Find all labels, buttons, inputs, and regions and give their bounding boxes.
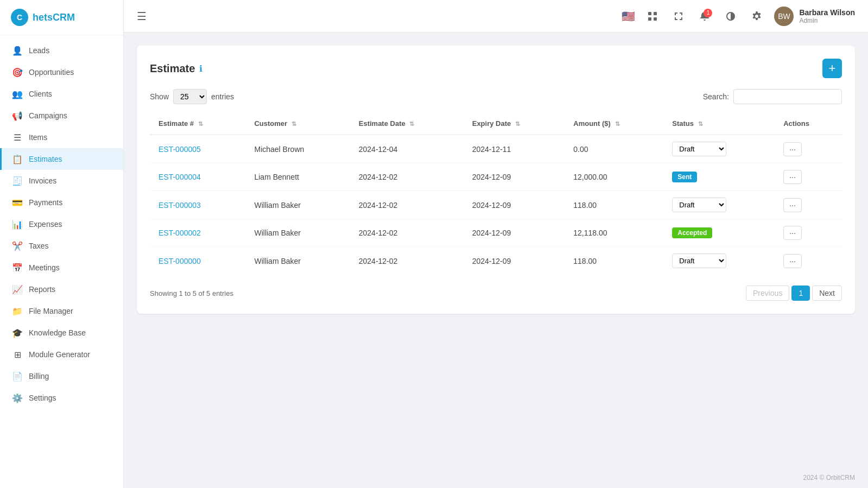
sidebar-item-clients[interactable]: 👥Clients — [0, 83, 123, 105]
sidebar-label-invoices: Invoices — [29, 176, 56, 185]
estimate-link-3[interactable]: EST-000002 — [159, 229, 201, 237]
estimate-link-1[interactable]: EST-000004 — [159, 173, 201, 181]
page-title-row: Estimate ℹ — [150, 62, 202, 75]
action-menu-button-1[interactable]: ··· — [783, 170, 802, 184]
sidebar-item-campaigns[interactable]: 📢Campaigns — [0, 105, 123, 126]
table-row: EST-000005 Michael Brown 2024-12-04 2024… — [150, 135, 842, 163]
file-manager-icon: 📁 — [12, 306, 22, 316]
next-button[interactable]: Next — [812, 286, 842, 301]
cell-estimate-num: EST-000003 — [150, 191, 245, 219]
estimate-link-4[interactable]: EST-000000 — [159, 257, 201, 265]
sidebar-item-reports[interactable]: 📈Reports — [0, 278, 123, 300]
previous-button[interactable]: Previous — [746, 286, 789, 301]
header: ☰ 🇺🇸 — [124, 0, 868, 33]
cell-status: DraftSentAccepted — [663, 135, 775, 163]
sidebar-nav: 👤Leads🎯Opportunities👥Clients📢Campaigns☰I… — [0, 35, 123, 488]
sidebar-item-meetings[interactable]: 📅Meetings — [0, 257, 123, 278]
sidebar-label-settings: Settings — [29, 394, 56, 402]
show-entries: Show 25 10 50 100 entries — [150, 89, 234, 104]
sidebar-item-module-generator[interactable]: ⊞Module Generator — [0, 344, 123, 365]
sidebar-label-module-generator: Module Generator — [29, 350, 90, 359]
sidebar-item-knowledge-base[interactable]: 🎓Knowledge Base — [0, 322, 123, 344]
user-details: Barbara Wilson Admin — [799, 8, 855, 24]
fullscreen-icon[interactable] — [670, 8, 687, 25]
cell-amount: 12,000.00 — [565, 163, 663, 191]
col-amount[interactable]: Amount ($) ⇅ — [565, 113, 663, 135]
sidebar-item-invoices[interactable]: 🧾Invoices — [0, 170, 123, 192]
sidebar-item-items[interactable]: ☰Items — [0, 126, 123, 148]
status-select-0[interactable]: DraftSentAccepted — [672, 142, 726, 156]
logo-icon: C — [11, 9, 28, 26]
footer: 2024 © OrbitCRM — [124, 467, 868, 488]
sidebar-label-file-manager: File Manager — [29, 307, 73, 315]
invoices-icon: 🧾 — [12, 176, 22, 186]
sidebar-item-expenses[interactable]: 📊Expenses — [0, 213, 123, 235]
sidebar-label-taxes: Taxes — [29, 242, 49, 250]
cell-status: Accepted — [663, 219, 775, 247]
col-customer[interactable]: Customer ⇅ — [245, 113, 350, 135]
cell-customer: William Baker — [245, 247, 350, 275]
hamburger-button[interactable]: ☰ — [137, 10, 147, 23]
cell-estimate-num: EST-000005 — [150, 135, 245, 163]
action-menu-button-4[interactable]: ··· — [783, 254, 802, 268]
module-generator-icon: ⊞ — [12, 350, 22, 359]
sidebar-item-opportunities[interactable]: 🎯Opportunities — [0, 61, 123, 83]
sidebar-item-file-manager[interactable]: 📁File Manager — [0, 300, 123, 322]
sidebar-item-settings[interactable]: ⚙️Settings — [0, 387, 123, 409]
sidebar-item-payments[interactable]: 💳Payments — [0, 192, 123, 213]
status-badge-3: Accepted — [672, 227, 712, 238]
sidebar-item-leads[interactable]: 👤Leads — [0, 40, 123, 61]
estimates-icon: 📋 — [12, 154, 22, 164]
notification-badge: 1 — [704, 9, 712, 17]
table-controls: Show 25 10 50 100 entries Search: — [150, 89, 842, 104]
add-estimate-button[interactable]: + — [822, 59, 842, 78]
sidebar-item-taxes[interactable]: ✂️Taxes — [0, 235, 123, 257]
status-select-4[interactable]: DraftSentAccepted — [672, 253, 726, 268]
estimate-link-2[interactable]: EST-000003 — [159, 201, 201, 210]
sidebar-label-billing: Billing — [29, 372, 49, 381]
col-estimate-date[interactable]: Estimate Date ⇅ — [350, 113, 464, 135]
sidebar-label-estimates: Estimates — [29, 155, 62, 163]
entries-label: entries — [211, 92, 234, 101]
cell-customer: Michael Brown — [245, 135, 350, 163]
sidebar-item-estimates[interactable]: 📋Estimates — [0, 148, 123, 170]
footer-text: 2024 © OrbitCRM — [803, 474, 855, 481]
col-actions: Actions — [775, 113, 842, 135]
estimate-card: Estimate ℹ + Show 25 10 50 100 — [137, 46, 855, 314]
cell-customer: Liam Bennett — [245, 163, 350, 191]
expenses-icon: 📊 — [12, 219, 22, 229]
knowledge-base-icon: 🎓 — [12, 328, 22, 338]
show-count-select[interactable]: 25 10 50 100 — [173, 89, 207, 104]
action-menu-button-2[interactable]: ··· — [783, 198, 802, 212]
page-1-button[interactable]: 1 — [791, 286, 810, 301]
cell-estimate-date: 2024-12-02 — [350, 163, 464, 191]
action-menu-button-0[interactable]: ··· — [783, 142, 802, 156]
col-expiry-date[interactable]: Expiry Date ⇅ — [464, 113, 565, 135]
col-estimate-num[interactable]: Estimate # ⇅ — [150, 113, 245, 135]
main-content: Estimate ℹ + Show 25 10 50 100 — [124, 33, 868, 467]
action-menu-button-3[interactable]: ··· — [783, 226, 802, 240]
estimate-link-0[interactable]: EST-000005 — [159, 145, 201, 154]
sidebar: C hetsCRM 👤Leads🎯Opportunities👥Clients📢C… — [0, 0, 124, 488]
pagination-row: Showing 1 to 5 of 5 entries Previous 1 N… — [150, 286, 842, 301]
cell-customer: William Baker — [245, 191, 350, 219]
cell-estimate-date: 2024-12-02 — [350, 247, 464, 275]
col-status[interactable]: Status ⇅ — [663, 113, 775, 135]
meetings-icon: 📅 — [12, 263, 22, 272]
notification-icon[interactable]: 1 — [696, 8, 713, 25]
taxes-icon: ✂️ — [12, 241, 22, 251]
apps-icon[interactable] — [644, 8, 661, 25]
status-select-2[interactable]: DraftSentAccepted — [672, 198, 726, 212]
sidebar-label-expenses: Expenses — [29, 220, 62, 229]
search-input[interactable] — [733, 89, 842, 104]
user-name: Barbara Wilson — [799, 8, 855, 17]
cell-amount: 118.00 — [565, 191, 663, 219]
language-flag[interactable]: 🇺🇸 — [622, 10, 635, 23]
info-icon[interactable]: ℹ — [199, 64, 202, 74]
cell-actions: ··· — [775, 219, 842, 247]
settings-icon[interactable] — [748, 8, 765, 25]
cell-estimate-num: EST-000000 — [150, 247, 245, 275]
sidebar-item-billing[interactable]: 📄Billing — [0, 365, 123, 387]
dark-mode-icon[interactable] — [722, 8, 739, 25]
user-info[interactable]: BW Barbara Wilson Admin — [774, 7, 855, 26]
